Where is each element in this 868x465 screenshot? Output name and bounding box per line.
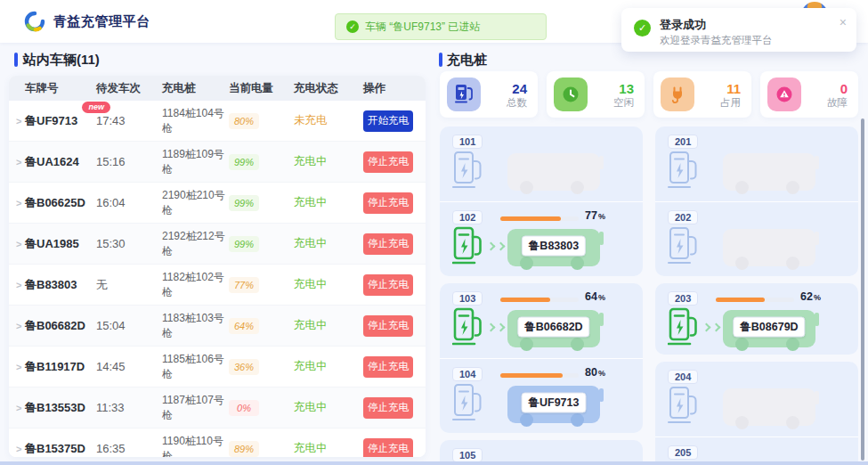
- table-header-cell: 操作: [363, 81, 426, 96]
- pile-name: 1183桩103号枪: [162, 311, 226, 341]
- charge-status: 未充电: [294, 113, 363, 128]
- depart-time: 17:43: [96, 114, 162, 127]
- pile-section: 204: [655, 362, 858, 436]
- bus-front-tab: [599, 232, 604, 245]
- table-row[interactable]: >鲁UA198515:302192桩212号枪99%充电中停止充电: [9, 224, 426, 265]
- battery-badge: 99%: [229, 195, 259, 211]
- stop-charge-button[interactable]: 停止充电: [363, 315, 413, 337]
- bus-wheel: [786, 257, 799, 270]
- pile-card: 10364%鲁B06682D10480%鲁UF9713: [440, 283, 643, 433]
- battery-badge: 77%: [229, 277, 259, 293]
- vehicle-plate: 鲁B06682D: [25, 318, 96, 334]
- pile-section: 20362%鲁B08679D: [655, 283, 858, 355]
- row-expand-icon[interactable]: >: [16, 280, 25, 290]
- chevron-right-icon: [712, 323, 721, 332]
- bus-front-tab: [815, 156, 819, 169]
- section-bar: [439, 53, 442, 67]
- pile-section: 10480%鲁UF9713: [440, 358, 643, 433]
- action-cell: 开始充电: [363, 110, 426, 132]
- bus-graphic: 鲁UF9713: [507, 386, 600, 423]
- bus-front-tab: [599, 156, 604, 169]
- charge-status: 充电中: [294, 359, 363, 374]
- vehicle-table-head: 车牌号待发车次充电桩当前电量充电状态操作: [9, 76, 426, 101]
- row-expand-icon[interactable]: >: [16, 362, 25, 372]
- charge-status: 充电中: [294, 318, 363, 333]
- app-logo-icon: [24, 11, 45, 32]
- clock-icon: [554, 78, 588, 111]
- pile-name: 1185桩106号枪: [162, 352, 226, 382]
- table-row[interactable]: >鲁UF9713new17:431184桩104号枪80%未充电开始充电: [9, 101, 426, 142]
- pile-progress-fill: [716, 298, 765, 302]
- table-row[interactable]: >鲁B15375D16:351190桩110号枪89%充电中停止充电: [9, 428, 426, 457]
- bus-wheel: [735, 416, 749, 429]
- vehicle-plate: 鲁B11917D: [25, 359, 96, 375]
- close-icon[interactable]: ×: [840, 16, 847, 29]
- battery-cell: 99%: [229, 154, 294, 170]
- table-row[interactable]: >鲁B06625D16:042190桩210号枪99%充电中停止充电: [9, 183, 426, 224]
- charge-status: 充电中: [294, 195, 363, 210]
- pile-progress-fill: [500, 373, 563, 378]
- battery-badge: 36%: [229, 359, 259, 375]
- battery-badge: 80%: [229, 113, 259, 129]
- stop-charge-button[interactable]: 停止充电: [363, 151, 413, 173]
- notice-message: 欢迎登录青益充管理平台: [660, 34, 773, 47]
- battery-cell: 99%: [229, 195, 294, 211]
- table-row[interactable]: >鲁B13553D11:331187桩107号枪0%充电中停止充电: [9, 388, 426, 428]
- pile-progress-bar: [500, 373, 579, 378]
- table-row[interactable]: >鲁UA162415:161189桩109号枪99%充电中停止充电: [9, 142, 426, 183]
- chevron-right-icon: [497, 242, 506, 251]
- pile-progress-fill: [500, 298, 550, 302]
- row-expand-icon[interactable]: >: [16, 321, 25, 331]
- stop-charge-button[interactable]: 停止充电: [363, 192, 413, 214]
- row-expand-icon[interactable]: >: [16, 239, 25, 249]
- pile-column: 20120220362%鲁B08679D204205: [655, 126, 858, 465]
- pile-progress-bar: [500, 298, 579, 302]
- stop-charge-button[interactable]: 停止充电: [363, 274, 413, 296]
- bus-front-tab: [599, 388, 604, 402]
- row-expand-icon[interactable]: >: [16, 403, 25, 413]
- bus-graphic: [507, 153, 600, 191]
- vehicle-table-body: >鲁UF9713new17:431184桩104号枪80%未充电开始充电>鲁UA…: [9, 101, 426, 457]
- stop-charge-button[interactable]: 停止充电: [363, 438, 413, 458]
- depart-time: 15:30: [96, 237, 162, 250]
- start-charge-button[interactable]: 开始充电: [363, 110, 413, 132]
- vehicle-plate: 鲁B13553D: [25, 400, 96, 416]
- stop-charge-button[interactable]: 停止充电: [363, 356, 413, 378]
- pile-stats-row: 24总数13空闲11占用0故障: [440, 71, 858, 118]
- depart-time: 14:45: [96, 360, 162, 373]
- vertical-scrollbar[interactable]: [861, 118, 864, 461]
- bus-plate: 鲁B06682D: [517, 317, 589, 338]
- stat-value: 0: [827, 81, 848, 96]
- battery-badge: 0%: [229, 400, 259, 416]
- bus-graphic: [723, 388, 815, 426]
- table-header-cell: 充电状态: [294, 81, 363, 96]
- table-row[interactable]: >鲁B83803无1182桩102号枪77%充电中停止充电: [9, 265, 426, 306]
- bus-wheel: [520, 338, 533, 351]
- charging-pile-icon: [452, 225, 484, 273]
- charge-status: 充电中: [294, 154, 363, 169]
- row-expand-icon[interactable]: >: [16, 444, 25, 454]
- vehicle-plate: 鲁UA1624: [25, 154, 96, 170]
- bus-wheel: [571, 413, 584, 427]
- row-expand-icon[interactable]: >: [16, 116, 25, 126]
- row-expand-icon[interactable]: >: [16, 198, 25, 208]
- depart-time: 15:04: [96, 319, 162, 332]
- pile-grid: 10110277%鲁B8380310364%鲁B06682D10480%鲁UF9…: [440, 126, 858, 465]
- charging-pile-icon: [452, 382, 484, 430]
- alarm-icon: [767, 78, 801, 111]
- battery-badge: 64%: [229, 318, 259, 334]
- vehicles-section-title: 站内车辆(11): [23, 52, 100, 69]
- bus-wheel: [735, 181, 749, 194]
- stop-charge-button[interactable]: 停止充电: [363, 233, 413, 255]
- pile-progress-fill: [500, 216, 561, 221]
- stat-value: 13: [613, 81, 634, 96]
- chevron-right-icon: [487, 323, 496, 332]
- check-icon: ✓: [634, 20, 651, 37]
- table-row[interactable]: >鲁B11917D14:451185桩106号枪36%充电中停止充电: [9, 347, 426, 388]
- table-header-cell: 充电桩: [162, 81, 229, 96]
- stop-charge-button[interactable]: 停止充电: [363, 397, 413, 419]
- table-row[interactable]: >鲁B06682D15:041183桩103号枪64%充电中停止充电: [9, 306, 426, 347]
- row-expand-icon[interactable]: >: [16, 157, 25, 167]
- action-cell: 停止充电: [363, 274, 426, 296]
- pile-id-chip: 101: [452, 135, 483, 149]
